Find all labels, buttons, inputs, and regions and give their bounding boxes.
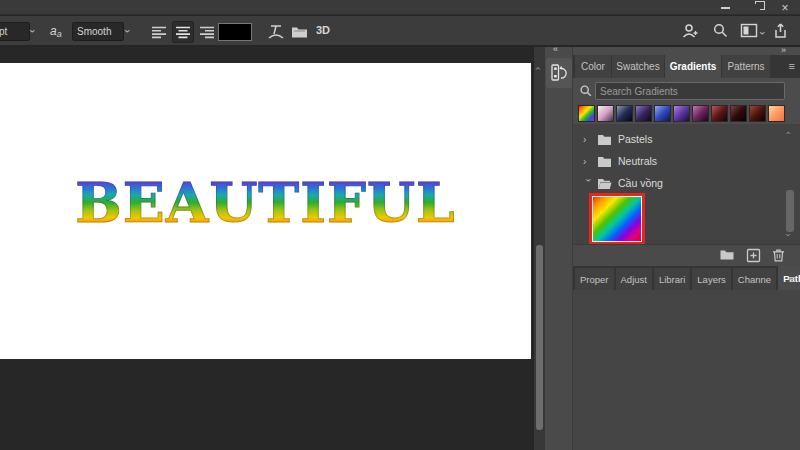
gradient-preset-violet[interactable]	[673, 105, 690, 122]
rainbow-gradient-thumbnail	[592, 196, 642, 242]
gradient-preset-peach[interactable]	[768, 105, 785, 122]
tab-channels[interactable]: Channe	[733, 268, 776, 290]
gradient-list-area: › Pastels › Neutrals › Cầu vồng	[573, 124, 800, 244]
chevron-right-icon[interactable]: ›	[583, 134, 593, 145]
tab-properties[interactable]: Proper	[575, 268, 614, 290]
group-label: Pastels	[618, 133, 652, 145]
canvas-vertical-scrollbar[interactable]: ›	[533, 47, 545, 450]
share-button[interactable]	[772, 22, 789, 44]
smoothing-dropdown[interactable]: Smooth	[72, 22, 124, 41]
bottom-panel-tabstrip: Proper Adjust Librari Layers Channe Path…	[573, 266, 800, 290]
selected-gradient-tile[interactable]	[589, 193, 645, 245]
folder-icon	[597, 133, 612, 146]
options-bar: pt › aa Smooth ›	[0, 16, 800, 47]
toggle-panels-button[interactable]	[290, 23, 309, 45]
gradient-list-scrollbar[interactable]: › ›	[784, 124, 796, 244]
restore-button[interactable]	[743, 0, 769, 15]
gradients-panel-tabstrip: Color Swatches Gradients Patterns	[573, 55, 800, 78]
canvas-scrollbar-thumb[interactable]	[536, 245, 543, 430]
list-scrollbar-thumb[interactable]	[786, 190, 794, 232]
history-panel-icon	[549, 62, 569, 84]
gradients-action-bar	[573, 244, 800, 266]
new-gradient-button plus-square-icon[interactable]	[746, 248, 761, 263]
gradient-preset-pink-fade[interactable]	[597, 105, 614, 122]
chevron-down-icon[interactable]: ›	[583, 178, 594, 188]
search-gradients-input[interactable]	[595, 82, 785, 100]
warp-text-button[interactable]	[266, 23, 286, 45]
share-profile-button[interactable]	[681, 22, 699, 44]
close-button[interactable]: ×	[772, 0, 798, 15]
tab-adjustments[interactable]: Adjust	[616, 268, 652, 290]
align-left-button[interactable]	[148, 21, 170, 43]
panels-folder-icon	[290, 23, 309, 41]
new-group-button new-folder-icon[interactable]	[719, 248, 735, 262]
open-folder-icon	[597, 177, 612, 190]
gradient-preset-crimson[interactable]	[711, 105, 728, 122]
scroll-up-icon[interactable]: ›	[783, 132, 793, 135]
search-button[interactable]	[712, 22, 729, 43]
scroll-down-icon[interactable]: ›	[783, 234, 793, 237]
search-gradients-icon	[579, 84, 593, 98]
tab-color[interactable]: Color	[575, 55, 611, 78]
group-label: Cầu vồng	[618, 177, 663, 189]
restore-icon	[752, 4, 760, 11]
tab-gradients[interactable]: Gradients	[665, 55, 721, 78]
anti-alias-icon[interactable]: aa	[50, 24, 62, 39]
photoshop-window: × pt › aa Smooth ›	[0, 0, 800, 450]
smoothing-value: Smooth	[77, 26, 111, 37]
history-panel-button[interactable]	[546, 58, 572, 88]
workspace-switcher-button[interactable]	[740, 22, 758, 43]
align-center-icon	[175, 24, 191, 40]
gradient-group-cau-vong[interactable]: › Cầu vồng	[573, 172, 783, 194]
expand-dock-icon[interactable]: «	[553, 44, 558, 54]
folder-icon	[597, 155, 612, 168]
chevron-right-icon[interactable]: ›	[583, 156, 593, 167]
tab-swatches[interactable]: Swatches	[612, 55, 664, 78]
gradient-presets-strip	[578, 105, 785, 124]
align-center-button[interactable]	[172, 21, 194, 43]
panel-dock: » Color Swatches Gradients Patterns ≡ ›	[573, 47, 800, 450]
delete-gradient-button trash-icon[interactable]	[771, 248, 786, 263]
gradient-preset-rainbow[interactable]	[578, 105, 595, 122]
gradient-preset-maroon[interactable]	[749, 105, 766, 122]
align-right-icon	[199, 24, 215, 40]
document-canvas[interactable]: BEAUTIFUL	[0, 63, 531, 359]
minimize-button[interactable]	[712, 0, 738, 15]
pasteboard: BEAUTIFUL	[0, 47, 533, 450]
gradient-preset-navy[interactable]	[616, 105, 633, 122]
warp-text-icon	[266, 23, 286, 41]
close-icon: ×	[781, 3, 788, 13]
tab-patterns[interactable]: Patterns	[722, 55, 770, 78]
workspace-layout-icon	[740, 22, 758, 39]
font-size-chevron-icon[interactable]: ›	[27, 29, 39, 33]
smoothing-chevron-icon[interactable]: ›	[122, 29, 134, 33]
canvas-text: BEAUTIFUL	[75, 170, 455, 235]
gradient-preset-deep-purple[interactable]	[635, 105, 652, 122]
share-export-icon	[772, 22, 789, 40]
tab-layers[interactable]: Layers	[692, 268, 731, 290]
collapsed-panel-dock: «	[545, 47, 573, 450]
text-color-swatch[interactable]	[218, 23, 252, 41]
gradients-panel-menu-icon[interactable]: ≡	[789, 60, 795, 72]
workspace-chevron-icon[interactable]: ›	[757, 31, 769, 35]
person-add-icon	[681, 22, 699, 40]
tab-libraries[interactable]: Librari	[654, 268, 690, 290]
gradient-preset-plum[interactable]	[692, 105, 709, 122]
title-bar: ×	[0, 0, 800, 15]
align-right-button[interactable]	[196, 21, 218, 43]
group-label: Neutrals	[618, 155, 657, 167]
font-size-field[interactable]: pt	[0, 22, 30, 41]
gradient-group-pastels[interactable]: › Pastels	[573, 128, 783, 150]
3d-button[interactable]: 3D	[316, 24, 330, 36]
align-left-icon	[151, 24, 167, 40]
minimize-icon	[721, 7, 730, 9]
collapse-dock-icon[interactable]: »	[781, 45, 786, 55]
paths-panel-content	[573, 290, 800, 450]
gradient-preset-blue[interactable]	[654, 105, 671, 122]
gradient-group-neutrals[interactable]: › Neutrals	[573, 150, 783, 172]
gradient-preset-ember[interactable]	[730, 105, 747, 122]
font-size-value: pt	[0, 26, 7, 37]
bottom-panel-menu-icon[interactable]: ≡	[789, 273, 795, 285]
scroll-up-icon[interactable]: ›	[532, 67, 543, 70]
search-icon	[712, 22, 729, 39]
